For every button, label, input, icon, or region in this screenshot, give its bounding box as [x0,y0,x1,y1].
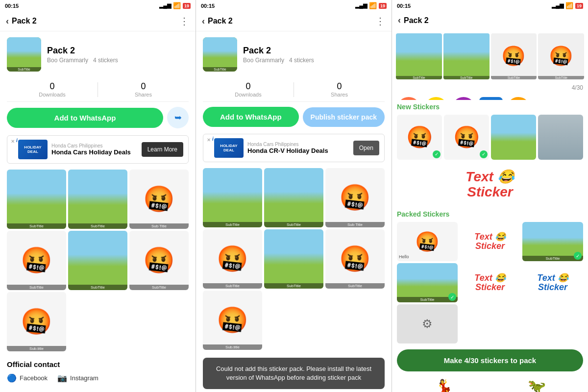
sticker-label-2d: SubTitle [203,283,262,289]
sticker-cell-2f: 🤬 SubTitle [325,229,385,289]
facebook-icon-1: 🔵 [7,373,17,383]
top-bar-2: ‹ Pack 2 ⋮ [196,11,392,31]
sticker-grid-1: SubTitle SubTitle 🤬 Sub Title 🤬 SubTitle… [0,166,196,355]
sticker-cell-1d: 🤬 SubTitle [7,231,66,290]
text-sticker-big-3: Text 😂Sticker [466,170,514,200]
sticker-label-1c: Sub Title [129,223,189,229]
back-arrow-1[interactable]: ‹ [6,16,9,26]
selector-count-3: 4/30 [392,83,588,94]
contact-section-1: Official contact [0,355,196,371]
sticker-cell-2g: 🤬 Sub.title [203,291,262,350]
sticker-grid-2: SubTitle SubTitle 🤬 Sub Title 🤬 SubTitle… [196,164,392,354]
ad-info-icon-1: i [16,138,18,143]
share-button-1[interactable]: ➥ [167,107,189,128]
sticker-cell-2b: SubTitle [264,168,323,227]
check-badge-3b: ✓ [480,150,488,158]
new-sticker-3c[interactable] [491,115,536,160]
new-stickers-label-3: New Stickers [392,100,588,113]
sticker-label-1f: SubTitle [129,285,189,290]
ad-info-2: Honda Cars Philippines Honda CR-V Holida… [247,142,349,154]
contact-row-1: 🔵 Facebook 📷 Instagram [0,371,196,388]
sticker-label-1d: SubTitle [7,285,66,290]
pack-thumbnail-2: SubTitle [203,37,237,72]
pack-thumbnail-1: SubTitle [7,37,41,72]
sticker-cell-2d: 🤬 SubTitle [203,229,262,289]
wifi-icon-3: 📶 [565,2,573,9]
packed-cell-3c[interactable]: SubTitle ✓ [522,222,583,261]
sticker-label-2c: Sub Title [325,222,385,227]
add-to-whatsapp-1[interactable]: Add to WhatsApp [7,108,163,128]
make-stickers-btn-3[interactable]: Make 4/30 stickers to pack [397,349,583,371]
ad-action-btn-1[interactable]: Learn More [142,142,183,157]
status-bar-1: 00:15 ▂▄▆ 📶 19 [0,0,196,11]
error-toast-2: Could not add this sticker pack. Please … [203,358,385,389]
facebook-link-1[interactable]: 🔵 Facebook [7,373,48,383]
selector-row-3: SubTitle SubTitle 🤬 SubTitle 🤬 SubTitle [392,29,588,83]
bottom-figure-right-3: 🦖 [528,378,546,392]
ad-banner-2: ✕ i HOLIDAYDEAL Honda Cars Philippines H… [203,134,385,162]
sticker-label-2g: Sub.title [203,344,262,350]
sticker-label-2b: SubTitle [264,222,323,227]
pack-info-2: Pack 2 Boo Grammarly 4 stickers [243,46,385,64]
packed-cell-3a[interactable]: 🤬 Hello [397,222,458,261]
pack-meta-2: Boo Grammarly 4 stickers [243,57,385,64]
text-sticker-med-3e: Text 😂Sticker [474,273,505,293]
sel-cell-3a[interactable]: SubTitle [396,33,442,79]
menu-dots-2[interactable]: ⋮ [375,15,386,27]
shares-stat-2: 0 Shares [294,81,385,98]
menu-dots-1[interactable]: ⋮ [179,15,190,27]
packed-cell-3d[interactable]: SubTitle ✓ [397,263,458,302]
instagram-link-1[interactable]: 📷 Instagram [57,373,98,383]
sticker-label-2a: SubTitle [203,222,262,227]
sticker-cell-1a: SubTitle [7,170,66,229]
time-1: 00:15 [5,3,19,9]
signal-icon-2: ▂▄▆ [355,2,367,9]
pack-title-header-1: Pack 2 [12,17,37,25]
packed-grid-3: 🤬 Hello Text 😂Sticker SubTitle ✓ SubTitl… [392,220,588,345]
battery-3: 19 [575,3,583,9]
publish-btn-2[interactable]: Publish sticker pack [303,107,385,127]
sticker-cell-1c: 🤬 Sub Title [129,170,189,229]
pack-name-2: Pack 2 [243,46,385,56]
new-sticker-3d[interactable] [538,115,583,160]
action-row-1: Add to WhatsApp ➥ [0,102,196,133]
sticker-cell-1e: SubTitle [68,231,127,290]
thumb-subtitle-2: SubTitle [203,67,237,72]
sel-cell-3b[interactable]: SubTitle [443,33,490,79]
panel-1: 00:15 ▂▄▆ 📶 19 ‹ Pack 2 ⋮ SubTitle Pack … [0,0,196,392]
action-row-2: Add to WhatsApp Publish sticker pack [196,102,392,132]
hello-badge-3a: Hello [399,254,409,259]
pack-meta-1: Boo Grammarly 4 stickers [47,57,189,64]
new-stickers-row-3: 🤬 ✓ 🤬 ✓ [392,113,588,162]
sel-cell-3d[interactable]: 🤬 SubTitle [538,33,584,79]
ad-close-2[interactable]: ✕ [205,136,212,143]
new-sticker-3a[interactable]: 🤬 ✓ [397,115,442,160]
packed-cell-3e[interactable]: Text 😂Sticker [460,263,520,302]
add-to-whatsapp-2[interactable]: Add to WhatsApp [203,107,299,127]
sel-cell-3c[interactable]: 🤬 SubTitle [491,33,537,79]
back-arrow-2[interactable]: ‹ [202,16,205,26]
back-arrow-3[interactable]: ‹ [398,15,401,25]
packed-cell-3b[interactable]: Text 😂Sticker [460,222,520,261]
top-bar-1: ‹ Pack 2 ⋮ [0,11,196,31]
downloads-stat-2: 0 Downloads [203,81,294,98]
sticker-cell-2e: SubTitle [264,229,323,289]
sticker-label-1e: SubTitle [68,285,127,290]
packed-cell-3f[interactable]: Text 😂Sticker [522,263,583,302]
ad-action-btn-2[interactable]: Open [353,141,379,155]
packed-cell-3g[interactable]: ⚙ [397,304,458,343]
sticker-label-1b: SubTitle [68,223,127,229]
category-row-3: 🖼 😁 Aa MEME 🖼 [392,94,588,100]
sticker-label-1g: Sub.title [7,346,66,351]
ad-thumb-1: HOLIDAYDEAL [18,140,48,159]
sticker-cell-1f: 🤬 SubTitle [129,231,189,290]
sticker-cell-1g: 🤬 Sub.title [7,292,66,351]
signal-icon-3: ▂▄▆ [552,2,564,9]
ad-close-1[interactable]: ✕ [9,138,16,145]
wifi-icon-2: 📶 [369,2,377,9]
panel-3: 00:15 ▂▄▆ 📶 19 ‹ Pack 2 SubTitle SubTitl… [392,0,588,392]
bottom-area-3: 💃 🦖 [392,375,588,392]
new-sticker-3b[interactable]: 🤬 ✓ [444,115,489,160]
pack-name-1: Pack 2 [47,46,189,56]
pack-header-2: SubTitle Pack 2 Boo Grammarly 4 stickers [196,31,392,77]
